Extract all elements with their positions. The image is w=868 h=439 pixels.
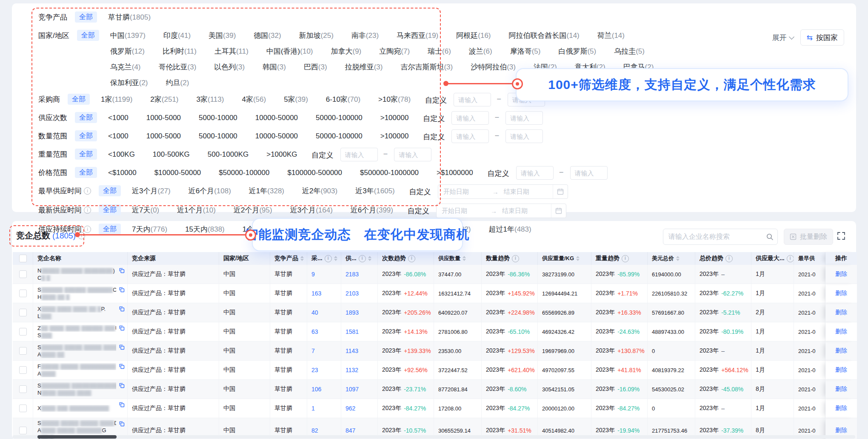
batch-delete-button[interactable]: 批量删除 bbox=[784, 229, 833, 245]
filter-option[interactable]: 瑞士(6) bbox=[428, 46, 451, 57]
custom-label[interactable]: 自定义 bbox=[423, 132, 445, 142]
row-checkbox[interactable] bbox=[19, 270, 27, 278]
info-icon[interactable] bbox=[84, 207, 91, 214]
filter-option[interactable]: <1000 bbox=[108, 112, 128, 123]
filter-option[interactable]: 乌拉圭(5) bbox=[614, 46, 645, 57]
buyers-count-link[interactable]: 1 bbox=[307, 399, 341, 418]
buyers-count-link[interactable]: 23 bbox=[307, 361, 341, 380]
filter-option[interactable]: 超过1年(483) bbox=[489, 224, 531, 235]
all-chip[interactable]: 全部 bbox=[77, 30, 99, 41]
filter-option[interactable]: 近3个月(27) bbox=[132, 186, 171, 196]
buyers-count-link[interactable]: 7 bbox=[307, 341, 341, 361]
filter-option[interactable]: $100000-500000 bbox=[287, 167, 342, 178]
filter-option[interactable]: 阿拉伯联合酋长国(14) bbox=[509, 30, 580, 41]
filter-option[interactable]: 近2年(903) bbox=[302, 186, 337, 196]
filter-option[interactable]: 阿根廷(16) bbox=[456, 30, 491, 41]
delete-link[interactable]: 删除 bbox=[835, 290, 847, 297]
filter-option[interactable]: 南非(23) bbox=[351, 30, 379, 41]
custom-label[interactable]: 自定义 bbox=[488, 169, 509, 178]
supplies-count-link[interactable]: 2183 bbox=[341, 265, 378, 284]
filter-option[interactable]: 中国(1397) bbox=[110, 30, 146, 41]
copy-icon[interactable] bbox=[119, 306, 125, 312]
filter-option[interactable]: $50000-100000 bbox=[219, 167, 269, 178]
copy-icon[interactable] bbox=[119, 325, 125, 331]
custom-label[interactable]: 自定义 bbox=[425, 95, 447, 105]
filter-option[interactable]: 近6个月(399) bbox=[351, 205, 393, 215]
filter-option[interactable]: 草甘膦(1805) bbox=[108, 12, 151, 23]
supplies-count-link[interactable]: 2103 bbox=[341, 284, 378, 303]
col-header-weight[interactable]: 供应重量/KG bbox=[538, 252, 591, 265]
filter-option[interactable]: 比利时(11) bbox=[163, 46, 197, 57]
custom-min-input[interactable] bbox=[340, 148, 378, 161]
col-header-product[interactable]: 竞争产品 bbox=[270, 252, 307, 265]
filter-option[interactable]: 5000-10000 bbox=[199, 131, 237, 141]
info-icon[interactable] bbox=[84, 187, 91, 195]
filter-option[interactable]: 10000-50000 bbox=[255, 112, 298, 123]
sort-icon[interactable] bbox=[576, 256, 580, 261]
filter-option[interactable]: 加拿大(9) bbox=[331, 46, 362, 57]
copy-icon[interactable] bbox=[119, 344, 125, 350]
filter-option[interactable]: 100-500KG bbox=[153, 149, 190, 160]
sort-icon[interactable] bbox=[300, 256, 304, 261]
copy-icon[interactable] bbox=[119, 363, 125, 369]
info-icon[interactable] bbox=[725, 255, 733, 262]
filter-option[interactable]: 4家(56) bbox=[242, 94, 266, 105]
filter-option[interactable]: 近2个月(95) bbox=[234, 205, 272, 215]
delete-link[interactable]: 删除 bbox=[835, 270, 847, 278]
custom-max-input[interactable] bbox=[394, 148, 431, 161]
col-header-buyers[interactable]: 采... bbox=[307, 252, 341, 265]
filter-option[interactable]: 巴西(3) bbox=[304, 62, 327, 72]
filter-option[interactable]: 5家(39) bbox=[284, 94, 308, 105]
custom-label[interactable]: 自定义 bbox=[312, 150, 334, 160]
sort-icon[interactable] bbox=[368, 256, 371, 261]
row-checkbox[interactable] bbox=[19, 427, 27, 434]
filter-option[interactable]: 约旦(2) bbox=[166, 77, 189, 88]
row-checkbox[interactable] bbox=[19, 309, 27, 316]
filter-option[interactable]: 土耳其(11) bbox=[214, 46, 248, 57]
calendar-icon[interactable] bbox=[553, 185, 568, 198]
copy-icon[interactable] bbox=[119, 287, 125, 293]
filter-option[interactable]: 50000-100000 bbox=[316, 112, 363, 123]
custom-label[interactable]: 自定义 bbox=[408, 206, 429, 216]
filter-option[interactable]: >10家(78) bbox=[378, 94, 411, 105]
date-range-picker[interactable]: 开始日期 → 结束日期 bbox=[436, 204, 566, 218]
all-chip[interactable]: 全部 bbox=[75, 11, 97, 23]
search-input[interactable] bbox=[663, 233, 762, 241]
delete-link[interactable]: 删除 bbox=[835, 385, 847, 393]
filter-option[interactable]: 15天内(838) bbox=[185, 224, 225, 235]
delete-link[interactable]: 删除 bbox=[835, 427, 847, 434]
filter-option[interactable]: 2家(251) bbox=[150, 94, 178, 105]
row-checkbox[interactable] bbox=[19, 328, 27, 336]
filter-option[interactable]: 10000-50000 bbox=[255, 131, 298, 141]
filter-option[interactable]: 哥伦比亚(3) bbox=[159, 62, 197, 72]
sort-icon[interactable] bbox=[463, 256, 466, 261]
delete-link[interactable]: 删除 bbox=[835, 366, 847, 374]
filter-option[interactable]: 保加利亚(2) bbox=[110, 77, 148, 88]
filter-option[interactable]: 50000-100000 bbox=[316, 131, 363, 141]
sort-icon[interactable] bbox=[334, 256, 337, 261]
filter-option[interactable]: 白俄罗斯(5) bbox=[558, 46, 596, 57]
filter-option[interactable]: 印度(41) bbox=[163, 30, 191, 41]
row-checkbox[interactable] bbox=[19, 347, 27, 355]
end-date-field[interactable]: 结束日期 bbox=[497, 207, 551, 215]
date-range-picker[interactable]: 开始日期 → 结束日期 bbox=[438, 184, 568, 199]
filter-option[interactable]: 1000-5000 bbox=[146, 131, 181, 141]
row-checkbox[interactable] bbox=[19, 405, 27, 412]
filter-option[interactable]: 波兰(6) bbox=[469, 46, 492, 57]
filter-option[interactable]: 3家(113) bbox=[197, 94, 224, 105]
info-icon[interactable] bbox=[359, 255, 366, 262]
filter-option[interactable]: 近6个月(108) bbox=[188, 186, 231, 196]
filter-option[interactable]: 荷兰(14) bbox=[597, 30, 625, 41]
calendar-icon[interactable] bbox=[551, 204, 566, 218]
all-chip[interactable]: 全部 bbox=[75, 130, 97, 141]
all-chip[interactable]: 全部 bbox=[75, 149, 97, 160]
start-date-field[interactable]: 开始日期 bbox=[438, 188, 492, 196]
filter-option[interactable]: >$1000000 bbox=[437, 167, 473, 178]
row-checkbox[interactable] bbox=[19, 385, 27, 393]
info-icon[interactable] bbox=[408, 255, 415, 262]
filter-option[interactable]: 近1年(328) bbox=[249, 186, 284, 196]
custom-min-input[interactable] bbox=[451, 111, 489, 125]
supplies-count-link[interactable]: 1097 bbox=[341, 380, 378, 399]
copy-icon[interactable] bbox=[119, 421, 125, 427]
filter-option[interactable]: 俄罗斯(12) bbox=[110, 46, 145, 57]
